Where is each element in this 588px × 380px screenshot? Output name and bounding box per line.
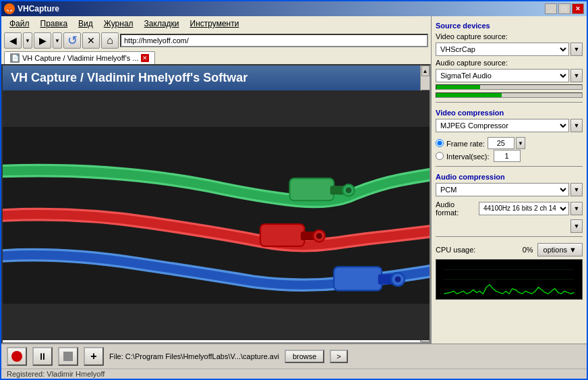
audio-level-1 <box>436 84 583 90</box>
video-capture-dropdown-arrow[interactable]: ▼ <box>570 43 583 56</box>
video-compression-row: MJPEG Compressor ▼ <box>436 119 583 132</box>
video-compression-select[interactable]: MJPEG Compressor <box>436 119 569 132</box>
app-icon: 🦊 <box>4 3 15 14</box>
interval-row: Interval(sec): <box>436 150 583 162</box>
frame-rate-input[interactable] <box>488 137 514 149</box>
reload-button[interactable]: ↺ <box>63 32 81 49</box>
arrow-button[interactable]: > <box>330 350 347 363</box>
frame-rate-row: Frame rate: ▼ <box>436 137 583 149</box>
frame-rate-input-row: ▼ <box>488 137 525 149</box>
stop-button[interactable] <box>58 347 78 366</box>
pause-icon: ⏸ <box>38 351 47 362</box>
forward-dropdown[interactable]: ▼ <box>53 32 62 49</box>
audio-format-row: Audio format: 44100Hz 16 bits 2 ch 14 ▼ <box>436 199 583 217</box>
stop-button[interactable]: ✕ <box>82 32 100 49</box>
maximize-button[interactable]: □ <box>558 3 570 14</box>
forward-button[interactable]: ▶ <box>34 32 51 49</box>
add-icon: + <box>90 350 96 362</box>
audio-format-arrow[interactable]: ▼ <box>570 202 583 215</box>
audio-format-extra: ▼ <box>436 219 583 233</box>
video-capture-source-select[interactable]: VHScrCap <box>436 43 569 56</box>
frame-rate-arrow[interactable]: ▼ <box>516 137 525 149</box>
divider-1 <box>436 102 583 103</box>
video-capture-source-row: VHScrCap ▼ <box>436 43 583 56</box>
audio-level-bar-2 <box>436 93 502 97</box>
interval-radio[interactable] <box>436 152 444 160</box>
browse-button[interactable]: browse <box>285 350 324 363</box>
audio-format-select[interactable]: 44100Hz 16 bits 2 ch 14 <box>479 202 569 215</box>
menu-bar: Файл Правка Вид Журнал Закладки Инструме… <box>1 16 431 31</box>
audio-compression-select[interactable]: PCM <box>436 183 569 196</box>
audio-compression-label: Audio compression <box>436 173 583 181</box>
video-compression-label: Video compression <box>436 109 583 117</box>
interval-input[interactable] <box>494 150 521 162</box>
file-path: File: C:\Program Files\HmelyoffLabs\V...… <box>109 352 279 360</box>
cpu-graph <box>436 259 583 300</box>
audio-compression-arrow[interactable]: ▼ <box>570 183 583 196</box>
browser-area: Файл Правка Вид Журнал Закладки Инструме… <box>1 16 432 344</box>
menu-view[interactable]: Вид <box>73 18 98 30</box>
page-header-text: VH Capture / Vladimir Hmelyoff's Softwar <box>11 71 247 84</box>
window-title: VHCapture <box>18 4 59 13</box>
divider-2 <box>436 166 583 167</box>
stop-icon <box>63 352 73 361</box>
menu-file[interactable]: Файл <box>4 18 35 30</box>
tab-close-button[interactable]: ✕ <box>141 54 149 62</box>
right-panel: Source devices Video capture source: VHS… <box>432 16 587 344</box>
scroll-up[interactable]: ▲ <box>421 65 430 76</box>
rca-image <box>3 90 430 340</box>
minimize-button[interactable]: _ <box>545 3 557 14</box>
svg-rect-9 <box>334 267 382 290</box>
tab-bar: 📄 VH Capture / Vladimir Hmelyoff's ... ✕ <box>1 50 431 64</box>
title-bar: 🦊 VHCapture _ □ ✕ <box>1 1 587 16</box>
audio-format-label: Audio format: <box>436 200 476 217</box>
rca-cables-svg <box>3 90 430 340</box>
svg-point-4 <box>346 188 352 194</box>
tab-icon: 📄 <box>10 53 20 63</box>
main-window: 🦊 VHCapture _ □ ✕ Файл Правка Вид Журнал… <box>0 0 588 380</box>
menu-tools[interactable]: Инструменти <box>185 18 245 30</box>
svg-rect-5 <box>260 224 304 246</box>
video-capture-source-label: Video capture source: <box>436 32 583 40</box>
main-content: Файл Правка Вид Журнал Закладки Инструме… <box>1 16 587 344</box>
browser-tab[interactable]: 📄 VH Capture / Vladimir Hmelyoff's ... ✕ <box>4 51 155 64</box>
pause-button[interactable]: ⏸ <box>32 347 53 366</box>
frame-rate-label: Frame rate: <box>446 140 485 148</box>
video-compression-arrow[interactable]: ▼ <box>570 119 583 132</box>
frame-rate-section: Frame rate: ▼ Interval(sec): <box>436 136 583 163</box>
audio-capture-source-select[interactable]: SigmaTel Audio <box>436 69 569 82</box>
menu-edit[interactable]: Правка <box>35 18 74 30</box>
audio-level-2 <box>436 92 583 98</box>
record-button[interactable] <box>7 347 27 366</box>
close-button[interactable]: ✕ <box>572 3 584 14</box>
svg-point-12 <box>395 277 401 283</box>
audio-capture-dropdown-arrow[interactable]: ▼ <box>570 69 583 82</box>
divider-3 <box>436 236 583 237</box>
add-button[interactable]: + <box>84 347 104 366</box>
back-dropdown[interactable]: ▼ <box>23 32 32 49</box>
audio-compression-row: PCM ▼ <box>436 183 583 196</box>
browser-page-header: VH Capture / Vladimir Hmelyoff's Softwar <box>3 65 430 90</box>
svg-point-8 <box>316 233 322 239</box>
bottom-bar: ⏸ + File: C:\Program Files\HmelyoffLabs\… <box>1 344 587 369</box>
cpu-label: CPU usage: <box>436 246 475 254</box>
window-controls: _ □ ✕ <box>545 3 584 14</box>
svg-rect-1 <box>290 178 334 200</box>
audio-format-select-row: 44100Hz 16 bits 2 ch 14 ▼ <box>479 202 583 215</box>
frame-rate-radio[interactable] <box>436 139 444 147</box>
audio-format-extra-arrow[interactable]: ▼ <box>570 219 583 233</box>
cpu-row: CPU usage: 0% options ▼ <box>436 243 583 256</box>
home-button[interactable]: ⌂ <box>101 32 119 49</box>
address-bar[interactable] <box>120 34 428 47</box>
source-devices-label: Source devices <box>436 22 583 30</box>
back-button[interactable]: ◀ <box>4 32 22 49</box>
nav-bar: ◀ ▼ ▶ ▼ ↺ ✕ ⌂ <box>1 31 431 50</box>
record-icon <box>11 351 22 362</box>
options-button[interactable]: options ▼ <box>537 243 583 256</box>
menu-bookmarks[interactable]: Закладки <box>139 18 185 30</box>
menu-journal[interactable]: Журнал <box>98 18 139 30</box>
browser-viewport: ▲ ▼ VH Capture / Vladimir Hmelyoff's Sof… <box>1 64 431 344</box>
audio-capture-source-label: Audio capture source: <box>436 59 583 67</box>
status-text: Registered: Vladimir Hmelyoff <box>7 370 105 378</box>
audio-capture-source-row: SigmaTel Audio ▼ <box>436 69 583 82</box>
